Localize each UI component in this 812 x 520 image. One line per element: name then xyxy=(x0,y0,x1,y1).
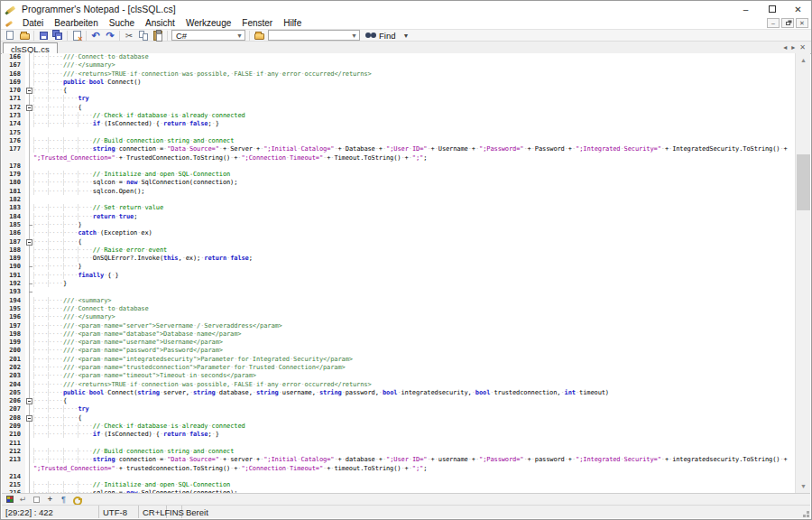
code-text: ············{ xyxy=(33,104,82,112)
code-text: ············catch·(Exception·ex) xyxy=(33,229,152,237)
eol-marker-button[interactable]: ¶ xyxy=(59,495,69,505)
code-text: ········{ xyxy=(33,397,67,405)
line-number: 170 xyxy=(2,87,25,95)
code-line: 194········///·<summary> xyxy=(2,297,795,305)
word-wrap-button[interactable]: ↵ xyxy=(18,495,28,505)
minimize-button[interactable]: – xyxy=(733,1,759,17)
line-number: 192 xyxy=(2,280,25,288)
copy-button[interactable] xyxy=(136,30,151,42)
line-number: 196 xyxy=(2,313,25,321)
code-line: 176················//·Build·connection·s… xyxy=(2,137,795,145)
code-line: 201········///·<param·name="integratedse… xyxy=(2,356,795,364)
line-number: 208 xyxy=(2,414,25,422)
code-text: ············} xyxy=(33,221,82,229)
fold-margin xyxy=(25,272,33,280)
menu-item-suche[interactable]: Suche xyxy=(104,17,140,29)
code-line: 210················if·(IsConnected)·{·re… xyxy=(2,431,795,439)
fold-margin xyxy=(25,322,33,330)
find-input[interactable] xyxy=(269,31,346,40)
menu-item-hilfe[interactable]: Hilfe xyxy=(278,17,307,29)
write-protect-button[interactable] xyxy=(72,495,82,505)
line-number: 172 xyxy=(2,104,25,112)
code-text: ················if·(IsConnected)·{·retur… xyxy=(33,431,219,439)
find-combobox[interactable]: ▼ xyxy=(268,30,360,41)
scroll-up-button[interactable]: ▲ xyxy=(796,53,810,67)
scroll-down-button[interactable]: ▼ xyxy=(796,479,810,493)
line-number: 200 xyxy=(2,347,25,355)
add-button[interactable]: + xyxy=(45,495,55,505)
save-all-icon xyxy=(52,30,63,41)
resize-grip[interactable] xyxy=(807,515,809,517)
whitespace-button[interactable] xyxy=(32,495,42,505)
fold-margin xyxy=(25,70,33,79)
code-text: ············{ xyxy=(33,414,82,422)
find-dropdown-caret[interactable]: ▼ xyxy=(399,32,412,39)
tab-scroll-left-button[interactable]: ◂ xyxy=(783,43,787,51)
scrollbar-thumb[interactable] xyxy=(797,154,810,210)
line-number: 193 xyxy=(2,288,25,296)
save-all-button[interactable] xyxy=(51,30,65,42)
code-line: 215················//·Initialize·and·ope… xyxy=(2,481,795,489)
line-number: 203 xyxy=(2,372,25,380)
fold-toggle[interactable] xyxy=(26,415,32,422)
code-line: 187············{ xyxy=(2,238,795,246)
toolbar-separator xyxy=(167,31,168,41)
undo-button[interactable]: ↶ xyxy=(88,30,103,42)
open-file-button[interactable] xyxy=(17,30,32,42)
code-text: ········///·<param·name="username">Usern… xyxy=(33,339,223,347)
paste-button[interactable] xyxy=(151,30,165,42)
code-line: 190············} xyxy=(2,263,795,271)
close-file-button[interactable] xyxy=(69,30,84,42)
fold-margin xyxy=(25,313,33,321)
find-button[interactable]: Find xyxy=(362,30,399,42)
line-number: 167 xyxy=(2,61,25,70)
code-text: ············finally·{·} xyxy=(33,272,119,280)
code-text: ········///·</summary> xyxy=(33,61,115,70)
menu-item-fenster[interactable]: Fenster xyxy=(236,17,278,29)
fold-toggle[interactable] xyxy=(26,398,32,404)
mdi-restore-button[interactable] xyxy=(781,18,794,28)
editor[interactable]: 166········///·Connect·to·database167···… xyxy=(2,53,810,493)
cut-button[interactable]: ✂ xyxy=(122,30,136,42)
fold-margin xyxy=(25,473,33,481)
vertical-scrollbar[interactable]: ▲ ▼ xyxy=(795,53,810,493)
toolbar-separator xyxy=(119,31,120,41)
fold-margin xyxy=(25,188,33,196)
scheme-colors-button[interactable] xyxy=(5,495,14,505)
close-button[interactable]: ✕ xyxy=(785,1,811,17)
line-number: 190 xyxy=(2,263,25,271)
mdi-close-button[interactable]: ✕ xyxy=(796,18,808,28)
code-line: 177················string·connection·=·"… xyxy=(2,145,795,153)
code-text: ";Trusted_Connection="·+·TrustedConnecti… xyxy=(33,154,427,162)
menu-item-werkzeuge[interactable]: Werkzeuge xyxy=(180,17,236,29)
redo-button[interactable]: ↷ xyxy=(103,30,117,42)
scheme-select[interactable]: C# ▼ xyxy=(171,30,245,41)
fold-toggle[interactable] xyxy=(26,88,32,94)
browse-folder-button[interactable] xyxy=(252,30,266,42)
code-text: ········///·Connect·to·database xyxy=(33,305,149,313)
save-file-button[interactable] xyxy=(36,30,51,42)
tab-close-button[interactable]: ✕ xyxy=(799,43,806,51)
fold-toggle[interactable] xyxy=(26,105,32,111)
menu-item-ansicht[interactable]: Ansicht xyxy=(140,17,180,29)
code-area[interactable]: 166········///·Connect·to·database167···… xyxy=(2,53,795,493)
code-line: 192········} xyxy=(2,280,795,288)
line-number: 166 xyxy=(2,53,25,61)
fold-end-marker xyxy=(29,225,32,226)
maximize-button[interactable] xyxy=(759,1,785,17)
menu-item-bearbeiten[interactable]: Bearbeiten xyxy=(49,17,103,29)
code-line: 198········///·<param·name="database">Da… xyxy=(2,330,795,339)
code-text: ················OnSQLError?.Invoke(this,… xyxy=(33,255,253,263)
fold-toggle[interactable] xyxy=(26,239,32,246)
code-text: ················//·Initialize·and·open·S… xyxy=(33,481,230,489)
menu-item-datei[interactable]: Datei xyxy=(17,17,49,29)
fold-margin xyxy=(25,145,33,153)
code-text: ················//·Raise·error·event xyxy=(33,246,167,255)
mdi-minimize-button[interactable]: – xyxy=(767,18,780,28)
fold-margin xyxy=(25,397,33,405)
line-number: 194 xyxy=(2,297,25,305)
tab-scroll-right-button[interactable]: ▸ xyxy=(791,43,795,51)
code-line: 179················//·Initialize·and·ope… xyxy=(2,171,795,179)
code-line: 169········public·bool·Connect() xyxy=(2,79,795,87)
new-file-button[interactable] xyxy=(3,30,17,42)
